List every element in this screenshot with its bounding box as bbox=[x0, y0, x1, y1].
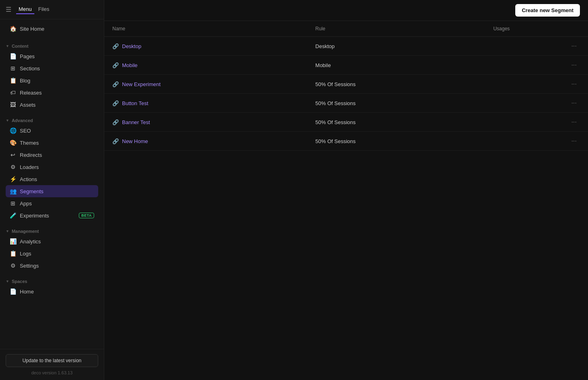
table-row[interactable]: 🔗 Desktop Desktop··· bbox=[104, 37, 588, 56]
chain-icon: 🔗 bbox=[112, 119, 119, 125]
spaces-section-header[interactable]: ▼ Spaces bbox=[6, 279, 98, 284]
sidebar-item-blog[interactable]: 📋Blog bbox=[6, 74, 98, 87]
spaces-section: ▼ Spaces 📄Home bbox=[0, 273, 104, 299]
table-cell-name: 🔗 Button Test bbox=[104, 94, 307, 113]
sidebar-item-segments[interactable]: 👥Segments bbox=[6, 185, 98, 197]
sidebar-item-analytics[interactable]: 📊Analytics bbox=[6, 235, 98, 247]
management-items: 📊Analytics📋Logs⚙Settings bbox=[6, 235, 98, 272]
pages-icon: 📄 bbox=[10, 53, 16, 59]
pages-label: Pages bbox=[20, 53, 94, 59]
loaders-icon: ⚙ bbox=[10, 164, 16, 170]
update-button[interactable]: Update to the latest version bbox=[6, 354, 98, 367]
segments-label: Segments bbox=[20, 188, 94, 194]
seo-icon: 🌐 bbox=[10, 127, 16, 134]
sidebar: ☰ Menu Files 🏠 Site Home ▼ Content 📄Page… bbox=[0, 0, 104, 380]
sidebar-item-themes[interactable]: 🎨Themes bbox=[6, 137, 98, 149]
table-cell-rule: 50% Of Sessions bbox=[307, 94, 485, 113]
content-section-header[interactable]: ▼ Content bbox=[6, 44, 98, 49]
table-cell-usages: ··· bbox=[485, 37, 588, 56]
segments-icon: 👥 bbox=[10, 188, 16, 194]
logs-label: Logs bbox=[20, 251, 94, 257]
advanced-items: 🌐SEO🎨Themes↩Redirects⚙Loaders⚡Actions👥Se… bbox=[6, 125, 98, 222]
table-row[interactable]: 🔗 Button Test 50% Of Sessions··· bbox=[104, 94, 588, 113]
table-row[interactable]: 🔗 Mobile Mobile··· bbox=[104, 56, 588, 75]
sidebar-item-seo[interactable]: 🌐SEO bbox=[6, 125, 98, 137]
table-cell-name: 🔗 Desktop bbox=[104, 37, 307, 56]
sidebar-item-logs[interactable]: 📋Logs bbox=[6, 247, 98, 260]
row-name-link[interactable]: Mobile bbox=[122, 62, 137, 68]
table-head: Name Rule Usages bbox=[104, 21, 588, 37]
sidebar-item-home[interactable]: 📄Home bbox=[6, 285, 98, 298]
row-more-button[interactable]: ··· bbox=[568, 118, 580, 127]
table-cell-rule: 50% Of Sessions bbox=[307, 132, 485, 151]
apps-icon: ⊞ bbox=[10, 200, 16, 207]
sidebar-item-pages[interactable]: 📄Pages bbox=[6, 50, 98, 62]
content-section-label: Content bbox=[12, 44, 29, 49]
row-more-button[interactable]: ··· bbox=[568, 61, 580, 70]
row-more-button[interactable]: ··· bbox=[568, 80, 580, 89]
site-home-label: Site Home bbox=[20, 26, 94, 32]
advanced-section-header[interactable]: ▼ Advanced bbox=[6, 118, 98, 123]
chain-icon: 🔗 bbox=[112, 62, 119, 68]
actions-label: Actions bbox=[20, 176, 94, 182]
sidebar-header: ☰ Menu Files bbox=[0, 0, 104, 19]
analytics-label: Analytics bbox=[20, 239, 94, 245]
experiments-icon: 🧪 bbox=[10, 212, 16, 219]
col-usages: Usages bbox=[485, 21, 588, 37]
row-name-container: 🔗 Desktop bbox=[112, 43, 299, 49]
sidebar-item-sections[interactable]: ⊞Sections bbox=[6, 62, 98, 74]
row-name-link[interactable]: Button Test bbox=[122, 100, 148, 106]
sidebar-item-site-home[interactable]: 🏠 Site Home bbox=[6, 23, 98, 35]
sidebar-item-apps[interactable]: ⊞Apps bbox=[6, 197, 98, 209]
table-cell-name: 🔗 New Home bbox=[104, 132, 307, 151]
management-section-label: Management bbox=[12, 229, 39, 234]
version-text: deco version 1.63.13 bbox=[6, 370, 98, 375]
chevron-icon-spaces: ▼ bbox=[6, 279, 9, 283]
table-row[interactable]: 🔗 New Experiment 50% Of Sessions··· bbox=[104, 75, 588, 94]
tab-menu[interactable]: Menu bbox=[16, 5, 34, 14]
row-more-button[interactable]: ··· bbox=[568, 99, 580, 108]
sidebar-item-redirects[interactable]: ↩Redirects bbox=[6, 149, 98, 161]
management-section-header[interactable]: ▼ Management bbox=[6, 229, 98, 234]
table-cell-rule: 50% Of Sessions bbox=[307, 75, 485, 94]
row-name-link[interactable]: New Home bbox=[122, 138, 148, 144]
apps-label: Apps bbox=[20, 201, 94, 207]
table-row[interactable]: 🔗 Banner Test 50% Of Sessions··· bbox=[104, 113, 588, 132]
table-cell-usages: ··· bbox=[485, 75, 588, 94]
sidebar-footer: Update to the latest version deco versio… bbox=[0, 349, 104, 380]
loaders-label: Loaders bbox=[20, 164, 94, 170]
table-cell-rule: Mobile bbox=[307, 56, 485, 75]
sidebar-item-experiments[interactable]: 🧪ExperimentsBETA bbox=[6, 209, 98, 222]
tab-files[interactable]: Files bbox=[36, 5, 52, 14]
create-segment-button[interactable]: Create new Segment bbox=[515, 4, 580, 17]
chevron-icon: ▼ bbox=[6, 44, 9, 48]
sidebar-item-loaders[interactable]: ⚙Loaders bbox=[6, 161, 98, 173]
settings-label: Settings bbox=[20, 263, 94, 269]
table-cell-usages: ··· bbox=[485, 113, 588, 132]
row-more-button[interactable]: ··· bbox=[568, 42, 580, 51]
table-cell-usages: ··· bbox=[485, 56, 588, 75]
row-name-container: 🔗 New Experiment bbox=[112, 81, 299, 87]
content-items: 📄Pages⊞Sections📋Blog🏷Releases🖼Assets bbox=[6, 50, 98, 111]
table-row[interactable]: 🔗 New Home 50% Of Sessions··· bbox=[104, 132, 588, 151]
management-section: ▼ Management 📊Analytics📋Logs⚙Settings bbox=[0, 223, 104, 273]
segments-table: Name Rule Usages 🔗 Desktop Desktop··· 🔗 … bbox=[104, 21, 588, 151]
blog-label: Blog bbox=[20, 78, 94, 84]
sidebar-item-settings[interactable]: ⚙Settings bbox=[6, 260, 98, 272]
releases-label: Releases bbox=[20, 90, 94, 96]
sidebar-item-releases[interactable]: 🏷Releases bbox=[6, 87, 98, 99]
row-name-container: 🔗 Mobile bbox=[112, 62, 299, 68]
sidebar-item-actions[interactable]: ⚡Actions bbox=[6, 173, 98, 185]
chevron-icon-management: ▼ bbox=[6, 229, 9, 233]
row-name-link[interactable]: Desktop bbox=[122, 43, 141, 49]
row-more-button[interactable]: ··· bbox=[568, 137, 580, 146]
row-name-link[interactable]: Banner Test bbox=[122, 119, 150, 125]
home-icon: 🏠 bbox=[10, 25, 16, 32]
row-name-link[interactable]: New Experiment bbox=[122, 81, 160, 87]
table-header-row: Name Rule Usages bbox=[104, 21, 588, 37]
blog-icon: 📋 bbox=[10, 77, 16, 84]
chain-icon: 🔗 bbox=[112, 43, 119, 49]
sidebar-item-assets[interactable]: 🖼Assets bbox=[6, 99, 98, 111]
home-label: Home bbox=[20, 289, 94, 295]
spaces-section-label: Spaces bbox=[12, 279, 27, 284]
